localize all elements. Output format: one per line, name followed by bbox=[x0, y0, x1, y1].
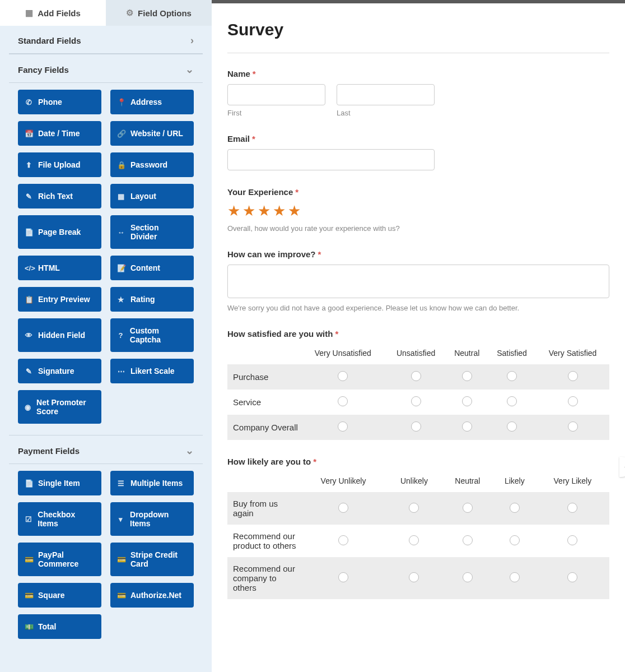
email-input[interactable] bbox=[227, 149, 435, 170]
likert-radio[interactable] bbox=[462, 396, 472, 406]
likert-radio[interactable] bbox=[409, 535, 419, 545]
likert-radio[interactable] bbox=[338, 421, 348, 432]
star-icon[interactable]: ★ bbox=[242, 202, 255, 220]
likert-radio[interactable] bbox=[507, 396, 517, 406]
likert-col-header: Very Satisfied bbox=[536, 344, 609, 364]
likert-radio[interactable] bbox=[568, 371, 578, 381]
tab-add-fields[interactable]: ▦ Add Fields bbox=[0, 0, 106, 26]
section-title: Standard Fields bbox=[18, 36, 81, 45]
likert-radio[interactable] bbox=[409, 572, 419, 582]
field-button-password[interactable]: 🔒Password bbox=[110, 152, 194, 177]
section-standard-fields[interactable]: Standard Fields › bbox=[9, 26, 203, 54]
likert-radio[interactable] bbox=[567, 535, 577, 545]
field-button-stripe-credit-card[interactable]: 💳Stripe Credit Card bbox=[110, 543, 194, 576]
link-icon: 🔗 bbox=[117, 129, 125, 138]
star-icon[interactable]: ★ bbox=[227, 202, 240, 220]
likert-radio[interactable] bbox=[338, 535, 348, 545]
field-button-website-url[interactable]: 🔗Website / URL bbox=[110, 121, 194, 146]
field-button-dropdown-items[interactable]: ▾Dropdown Items bbox=[110, 502, 194, 536]
main-wrap: ‹ Survey Name* First Last bbox=[212, 0, 625, 672]
chevron-down-icon: ⌄ bbox=[185, 444, 194, 457]
field-button-authorize-net[interactable]: 💳Authorize.Net bbox=[110, 583, 194, 608]
likert-radio[interactable] bbox=[411, 421, 421, 432]
field-button-likert-scale[interactable]: ⋯Likert Scale bbox=[110, 359, 194, 383]
likert-radio[interactable] bbox=[568, 421, 578, 432]
likert-radio[interactable] bbox=[463, 503, 473, 513]
field-button-date-time[interactable]: 📅Date / Time bbox=[18, 121, 101, 146]
field-button-phone[interactable]: ✆Phone bbox=[18, 90, 101, 114]
likert-radio[interactable] bbox=[567, 503, 577, 513]
preview-icon: 📋 bbox=[25, 295, 32, 304]
likert-radio[interactable] bbox=[338, 396, 348, 406]
field-button-file-upload[interactable]: ⬆File Upload bbox=[18, 152, 101, 177]
field-button-paypal-commerce[interactable]: 💳PayPal Commerce bbox=[18, 543, 101, 576]
field-label: How satisfied are you with* bbox=[227, 329, 609, 339]
likert-radio[interactable] bbox=[338, 503, 348, 513]
last-name-input[interactable] bbox=[337, 84, 435, 105]
field-label: How can we improve?* bbox=[227, 249, 609, 259]
field-button-label: Authorize.Net bbox=[130, 591, 181, 600]
likert-radio[interactable] bbox=[567, 572, 577, 582]
likert-radio[interactable] bbox=[463, 535, 473, 545]
field-button-total[interactable]: 💵Total bbox=[18, 614, 101, 639]
field-button-label: Layout bbox=[130, 192, 156, 201]
first-name-input[interactable] bbox=[227, 84, 325, 105]
likert-radio[interactable] bbox=[510, 535, 520, 545]
field-button-address[interactable]: 📍Address bbox=[110, 90, 194, 114]
field-button-multiple-items[interactable]: ☰Multiple Items bbox=[110, 471, 194, 495]
field-button-page-break[interactable]: 📄Page Break bbox=[18, 215, 101, 249]
required-asterisk: * bbox=[318, 249, 321, 259]
likert-satisfied: Very UnsatisfiedUnsatisfiedNeutralSatisf… bbox=[227, 344, 609, 440]
field-button-hidden-field[interactable]: 👁Hidden Field bbox=[18, 318, 101, 352]
section-title: Fancy Fields bbox=[18, 65, 69, 75]
likert-radio[interactable] bbox=[568, 396, 578, 406]
likert-radio[interactable] bbox=[507, 371, 517, 381]
likert-radio[interactable] bbox=[411, 396, 421, 406]
phone-icon: ✆ bbox=[25, 98, 32, 106]
field-button-content[interactable]: 📝Content bbox=[110, 256, 194, 280]
likert-row-label: Recommend our company to others bbox=[227, 557, 300, 599]
field-button-signature[interactable]: ✎Signature bbox=[18, 359, 101, 383]
likert-radio[interactable] bbox=[411, 371, 421, 381]
field-button-label: Single Item bbox=[38, 479, 80, 488]
field-button-single-item[interactable]: 📄Single Item bbox=[18, 471, 101, 495]
field-button-checkbox-items[interactable]: ☑Checkbox Items bbox=[18, 502, 101, 536]
likert-row-label: Recommend our product to others bbox=[227, 525, 300, 557]
likert-radio[interactable] bbox=[462, 371, 472, 381]
likert-radio[interactable] bbox=[510, 503, 520, 513]
collapse-sidebar-button[interactable]: ‹ bbox=[619, 457, 625, 477]
star-rating[interactable]: ★ ★ ★ ★ ★ bbox=[227, 202, 609, 220]
captcha-icon: ? bbox=[117, 331, 124, 340]
field-button-custom-captcha[interactable]: ?Custom Captcha bbox=[110, 318, 194, 352]
likert-radio[interactable] bbox=[338, 572, 348, 582]
improve-textarea[interactable] bbox=[227, 265, 609, 298]
field-button-layout[interactable]: ▦Layout bbox=[110, 184, 194, 208]
star-icon[interactable]: ★ bbox=[258, 202, 270, 220]
signature-icon: ✎ bbox=[25, 367, 32, 376]
section-fancy-fields[interactable]: Fancy Fields ⌄ bbox=[9, 54, 203, 83]
star-icon[interactable]: ★ bbox=[273, 202, 286, 220]
card-icon: 💳 bbox=[25, 591, 32, 600]
field-button-rich-text[interactable]: ✎Rich Text bbox=[18, 184, 101, 208]
field-button-label: Stripe Credit Card bbox=[130, 550, 187, 568]
tab-field-options[interactable]: ⚙ Field Options bbox=[106, 0, 212, 26]
field-button-label: Likert Scale bbox=[130, 367, 175, 376]
field-button-square[interactable]: 💳Square bbox=[18, 583, 101, 608]
likert-radio[interactable] bbox=[463, 572, 473, 582]
section-payment-fields[interactable]: Payment Fields ⌄ bbox=[9, 435, 203, 464]
field-button-entry-preview[interactable]: 📋Entry Preview bbox=[18, 287, 101, 312]
field-button-label: Password bbox=[130, 160, 167, 169]
field-button-html[interactable]: </>HTML bbox=[18, 256, 101, 280]
field-email: Email* bbox=[227, 134, 609, 170]
likert-radio[interactable] bbox=[462, 421, 472, 432]
sidebar-tabs: ▦ Add Fields ⚙ Field Options bbox=[0, 0, 212, 26]
likert-radio[interactable] bbox=[338, 371, 348, 381]
field-button-rating[interactable]: ★Rating bbox=[110, 287, 194, 312]
star-icon[interactable]: ★ bbox=[288, 202, 301, 220]
field-button-section-divider[interactable]: ↔Section Divider bbox=[110, 215, 194, 249]
form-title: Survey bbox=[227, 20, 609, 53]
likert-radio[interactable] bbox=[409, 503, 419, 513]
likert-radio[interactable] bbox=[510, 572, 520, 582]
likert-radio[interactable] bbox=[507, 421, 517, 432]
field-button-net-promoter-score[interactable]: ◉Net Promoter Score bbox=[18, 390, 101, 424]
